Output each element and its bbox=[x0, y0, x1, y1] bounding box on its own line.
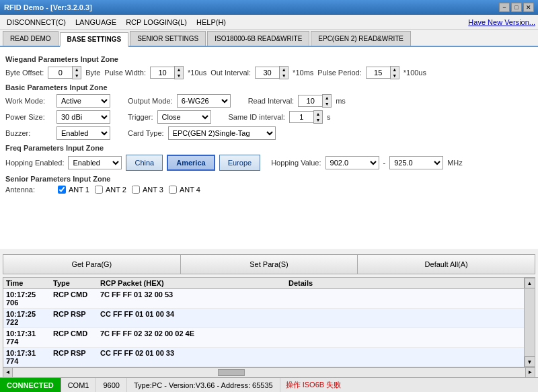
tab-iso18000[interactable]: ISO18000-6B READ&WRITE bbox=[207, 31, 309, 46]
log-packet-2: CC FF FF 01 01 00 34 bbox=[98, 309, 286, 327]
status-baud: 9600 bbox=[96, 378, 126, 392]
h-scroll-right-button[interactable]: ► bbox=[525, 368, 535, 377]
out-interval-down[interactable]: ▼ bbox=[280, 73, 288, 79]
minimize-button[interactable]: − bbox=[499, 3, 510, 12]
log-time-4: 10:17:31 774 bbox=[3, 348, 50, 366]
h-scroll-left-button[interactable]: ◄ bbox=[3, 368, 13, 377]
byte-offset-down[interactable]: ▼ bbox=[73, 73, 81, 79]
log-time-1: 10:17:25 706 bbox=[3, 290, 50, 307]
same-id-up[interactable]: ▲ bbox=[314, 111, 322, 117]
status-type-version: Type:PC - Version:V3.66 - Address: 65535 bbox=[127, 378, 280, 392]
america-button[interactable]: America bbox=[167, 155, 215, 171]
pulse-period-up[interactable]: ▲ bbox=[391, 67, 399, 73]
power-size-select[interactable]: 10 dBi 20 dBi 25 dBi 30 dBi bbox=[56, 110, 110, 124]
out-interval-spinner[interactable]: ▲ ▼ bbox=[255, 66, 289, 79]
pulse-width-down[interactable]: ▼ bbox=[175, 73, 183, 79]
europe-button[interactable]: Europe bbox=[219, 155, 260, 171]
table-row: 10:17:31 774 RCP CMD 7C FF FF 02 32 02 0… bbox=[3, 328, 524, 348]
work-mode-label: Work Mode: bbox=[5, 97, 52, 105]
main-content: Wiegand Parameters Input Zone Byte Offse… bbox=[0, 47, 538, 249]
log-packet-3: 7C FF FF 02 32 02 00 02 4E bbox=[98, 329, 286, 346]
output-mode-select[interactable]: 6-WG26 4-WG34 RS232 bbox=[177, 94, 231, 108]
tab-epc-gen2[interactable]: EPC(GEN 2) READ&WRITE bbox=[311, 31, 411, 46]
log-table: Time Type RCP Packet (HEX) Details 10:17… bbox=[3, 277, 535, 368]
tab-bar: READ DEMO BASE SETTINGS SENIOR SETTINGS … bbox=[0, 30, 538, 47]
menu-help[interactable]: HELP(H) bbox=[192, 17, 230, 28]
scrollbar-track[interactable] bbox=[525, 288, 535, 356]
china-button[interactable]: China bbox=[126, 155, 163, 171]
wiegand-row: Byte Offset: ▲ ▼ Byte Pulse Width: ▲ ▼ bbox=[5, 66, 533, 79]
read-interval-spinner[interactable]: ▲ ▼ bbox=[298, 94, 332, 108]
ant3-checkbox[interactable] bbox=[132, 186, 140, 194]
pulse-period-input[interactable] bbox=[366, 67, 390, 79]
menu-bar: DISCONNECT(C) LANGUAGE RCP LOGGING(L) HE… bbox=[0, 15, 538, 30]
hopping-label: Hopping Enabled: bbox=[5, 159, 64, 167]
have-new-version-link[interactable]: Have New Version... bbox=[468, 18, 535, 26]
read-interval-input[interactable] bbox=[298, 95, 322, 107]
same-id-spinner[interactable]: ▲ ▼ bbox=[289, 110, 323, 124]
byte-offset-input[interactable] bbox=[48, 67, 72, 79]
out-interval-input[interactable] bbox=[255, 67, 279, 79]
menu-rcp-logging[interactable]: RCP LOGGING(L) bbox=[122, 17, 191, 28]
ant2-label: ANT 2 bbox=[106, 186, 126, 194]
trigger-select[interactable]: Close Open bbox=[157, 110, 211, 124]
basic-row3: Buzzer: Enabled Disabled Card Type: EPC(… bbox=[5, 126, 533, 140]
ant2-checkbox[interactable] bbox=[95, 186, 103, 194]
close-button[interactable]: ✕ bbox=[523, 3, 534, 12]
work-mode-select[interactable]: Active Passive Trigger bbox=[56, 94, 110, 108]
window-controls[interactable]: − □ ✕ bbox=[499, 3, 534, 12]
antenna-row: Antenna: ANT 1 ANT 2 ANT 3 ANT 4 bbox=[5, 186, 533, 194]
log-type-3: RCP CMD bbox=[50, 329, 98, 346]
content-panel: Wiegand Parameters Input Zone Byte Offse… bbox=[0, 47, 538, 392]
hopping-value-label: Hopping Value: bbox=[271, 159, 321, 167]
pulse-width-input[interactable] bbox=[150, 67, 174, 79]
pulse-width-up[interactable]: ▲ bbox=[175, 67, 183, 73]
log-packet-4: CC FF FF 02 01 00 33 bbox=[98, 348, 286, 366]
out-interval-up[interactable]: ▲ bbox=[280, 67, 288, 73]
power-size-label: Power Size: bbox=[5, 113, 52, 121]
horizontal-scrollbar[interactable]: ◄ ► bbox=[3, 368, 535, 377]
pulse-period-label: Pulse Period: bbox=[317, 69, 361, 77]
ant1-label: ANT 1 bbox=[69, 186, 89, 194]
tab-base-settings[interactable]: BASE SETTINGS bbox=[60, 32, 129, 47]
log-type-1: RCP CMD bbox=[50, 290, 98, 307]
menu-language[interactable]: LANGUAGE bbox=[71, 17, 120, 28]
pulse-width-spinner[interactable]: ▲ ▼ bbox=[150, 66, 184, 79]
log-scrollbar[interactable]: ▲ ▼ bbox=[524, 278, 535, 367]
table-row: 10:17:25 706 RCP CMD 7C FF FF 01 32 00 5… bbox=[3, 289, 524, 309]
read-interval-up[interactable]: ▲ bbox=[323, 95, 331, 101]
same-id-down[interactable]: ▼ bbox=[314, 117, 322, 123]
byte-offset-spinner[interactable]: ▲ ▼ bbox=[48, 66, 81, 79]
same-id-input[interactable] bbox=[289, 111, 313, 123]
bottom-button-bar: Get Para(G) Set Para(S) Default All(A) bbox=[3, 254, 535, 274]
tab-read-demo[interactable]: READ DEMO bbox=[3, 31, 59, 46]
buzzer-select[interactable]: Enabled Disabled bbox=[56, 126, 110, 140]
get-para-button[interactable]: Get Para(G) bbox=[3, 255, 181, 274]
scrollbar-up-button[interactable]: ▲ bbox=[525, 278, 535, 288]
log-table-wrapper: Time Type RCP Packet (HEX) Details 10:17… bbox=[3, 278, 535, 367]
maximize-button[interactable]: □ bbox=[511, 3, 522, 12]
freq-row: Hopping Enabled: Enabled Disabled China … bbox=[5, 155, 533, 171]
byte-offset-up[interactable]: ▲ bbox=[73, 67, 81, 73]
hopping-end-select[interactable]: 924.0 925.0 926.0 bbox=[389, 156, 443, 169]
ant1-checkbox[interactable] bbox=[58, 186, 66, 194]
pulse-period-down[interactable]: ▼ bbox=[391, 73, 399, 79]
menu-disconnect[interactable]: DISCONNECT(C) bbox=[3, 17, 70, 28]
set-para-button[interactable]: Set Para(S) bbox=[181, 255, 358, 274]
tab-senior-settings[interactable]: SENIOR SETTINGS bbox=[130, 31, 206, 46]
ant4-checkbox[interactable] bbox=[169, 186, 177, 194]
buzzer-label: Buzzer: bbox=[5, 129, 52, 137]
card-type-select[interactable]: EPC(GEN 2)Single-Tag EPC(GEN 2)Multi-Tag… bbox=[168, 126, 276, 140]
h-scroll-track[interactable] bbox=[13, 368, 525, 377]
card-type-label: Card Type: bbox=[128, 129, 164, 137]
read-interval-down[interactable]: ▼ bbox=[323, 101, 331, 107]
default-all-button[interactable]: Default All(A) bbox=[358, 255, 535, 274]
status-bar: CONNECTED COM1 9600 Type:PC - Version:V3… bbox=[0, 377, 538, 392]
scrollbar-down-button[interactable]: ▼ bbox=[525, 356, 535, 367]
pulse-period-spinner[interactable]: ▲ ▼ bbox=[366, 66, 399, 79]
wiegand-section-header: Wiegand Parameters Input Zone bbox=[5, 55, 533, 63]
hopping-select[interactable]: Enabled Disabled bbox=[68, 156, 122, 169]
out-interval-unit: *10ms bbox=[293, 69, 313, 77]
h-scroll-thumb[interactable] bbox=[218, 369, 245, 376]
hopping-start-select[interactable]: 902.0 903.0 904.0 bbox=[325, 156, 379, 169]
